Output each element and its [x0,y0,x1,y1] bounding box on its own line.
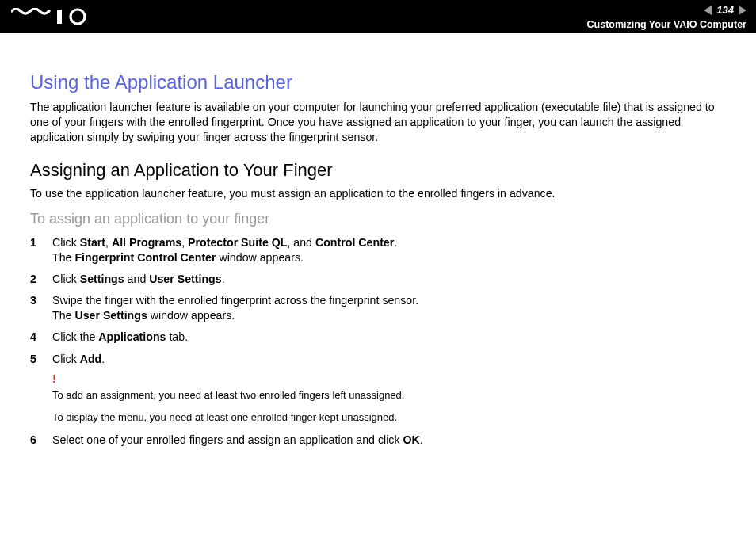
text: The [52,309,74,322]
text: . [101,353,105,365]
text: Swipe the finger with the enrolled finge… [52,294,418,307]
step-2: Click Settings and User Settings. [30,272,729,287]
bold: Settings [80,273,124,285]
task-title: To assign an application to your finger [30,211,729,227]
text: Select one of your enrolled fingers and … [52,433,403,446]
bold: User Settings [74,309,147,322]
text: , [105,236,112,249]
text: window appears. [216,251,304,264]
text: . [394,236,397,249]
section-body: The application launcher feature is avai… [30,100,729,146]
bold: Fingerprint Control Center [74,251,216,264]
text: Click [52,353,80,365]
svg-rect-0 [57,10,62,24]
subsection-title: Assigning an Application to Your Finger [30,160,729,181]
bold: Start [80,236,105,249]
text: window appears. [147,309,235,322]
note-line-1: To add an assignment, you need at least … [52,388,729,402]
bold: Protector Suite QL [188,236,287,249]
text: . [420,433,423,446]
text: tab. [166,330,188,343]
page-badge: 134 [704,4,746,16]
step-3: Swipe the finger with the enrolled finge… [30,293,729,323]
text: Click [52,236,80,249]
header-bar: 134 Customizing Your VAIO Computer [0,0,756,33]
text: , and [287,236,315,249]
note-block: ! To add an assignment, you need at leas… [52,372,729,425]
vaio-logo [11,8,94,25]
step-6: Select one of your enrolled fingers and … [30,433,729,448]
header-right: 134 Customizing Your VAIO Computer [587,4,746,30]
subsection-lead: To use the application launcher feature,… [30,187,729,200]
text: , [181,236,188,249]
breadcrumb: Customizing Your VAIO Computer [587,19,746,30]
page-next-icon[interactable] [739,6,746,15]
step-1: Click Start, All Programs, Protector Sui… [30,235,729,265]
page-prev-icon[interactable] [704,6,712,15]
steps-list: Click Start, All Programs, Protector Sui… [30,235,729,448]
section-title: Using the Application Launcher [30,71,729,93]
page-number: 134 [715,4,735,16]
page-content: Using the Application Launcher The appli… [0,33,756,448]
text: Click the [52,330,98,343]
bold: All Programs [112,236,181,249]
svg-point-1 [71,10,85,24]
bold: User Settings [149,273,221,285]
text: . [222,273,225,285]
bold: Add [80,353,102,365]
step-5: Click Add. ! To add an assignment, you n… [30,352,729,425]
warning-icon: ! [52,372,729,387]
bold: Control Center [315,236,394,249]
note-line-2: To display the menu, you need at least o… [52,410,729,425]
bold: OK [403,433,419,446]
text: The [52,251,74,264]
text: and [124,273,150,285]
step-4: Click the Applications tab. [30,330,729,345]
bold: Applications [98,330,166,343]
text: Click [52,273,80,285]
